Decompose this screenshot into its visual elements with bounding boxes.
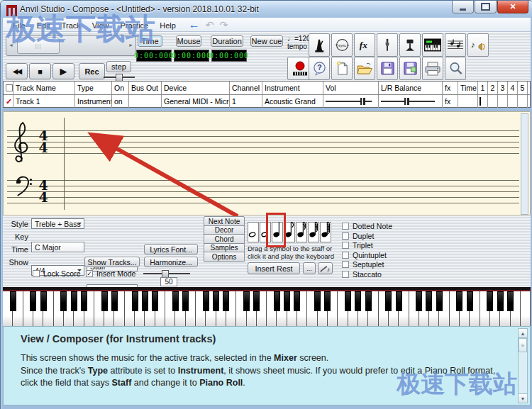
black-key[interactable] xyxy=(274,291,280,311)
scroll-right-icon[interactable]: ► xyxy=(128,43,133,47)
track-name-cell[interactable]: Track 1 xyxy=(13,95,75,108)
position-scrollbar-thumb[interactable]: ||| xyxy=(17,38,60,54)
black-key[interactable] xyxy=(497,291,504,311)
audition-note-button[interactable]: ♪ xyxy=(467,33,489,57)
new-cue-button[interactable]: New cue xyxy=(250,35,283,47)
black-key[interactable] xyxy=(101,291,108,311)
black-key[interactable] xyxy=(324,291,331,311)
black-key[interactable] xyxy=(40,291,47,311)
checkbox-duplet[interactable]: Duplet xyxy=(342,232,374,240)
metronome-button[interactable] xyxy=(309,33,330,57)
step-slider[interactable] xyxy=(104,77,135,78)
black-key[interactable] xyxy=(365,291,372,311)
black-key[interactable] xyxy=(111,291,118,311)
bass-staff[interactable] xyxy=(7,180,519,203)
black-key[interactable] xyxy=(487,291,493,311)
column-header-track-name[interactable]: Track Name xyxy=(13,82,75,94)
midi-keyboard-button[interactable] xyxy=(422,33,443,57)
eighth-note-button[interactable] xyxy=(284,222,295,242)
fx-button[interactable]: fx xyxy=(354,33,375,57)
step-button[interactable]: step xyxy=(106,61,131,72)
open-file-button[interactable] xyxy=(354,57,375,80)
scroll-down-icon[interactable]: ▼ xyxy=(519,393,527,403)
menu-item-practice[interactable]: Practice xyxy=(114,20,154,31)
measure-cell[interactable] xyxy=(498,95,508,108)
maximize-button[interactable] xyxy=(475,1,497,13)
balance-slider-thumb[interactable] xyxy=(404,98,409,105)
track-instrument-cell[interactable]: Acoustic Grand xyxy=(262,95,323,108)
half-note-button[interactable] xyxy=(260,222,271,242)
black-key[interactable] xyxy=(294,291,300,311)
help-scrollbar-thumb[interactable]: ≡ xyxy=(519,338,527,352)
track-device-cell[interactable]: General MIDI - Microso xyxy=(162,95,230,108)
black-key[interactable] xyxy=(426,291,432,311)
mic-stand-button[interactable] xyxy=(399,33,421,57)
stop-button[interactable]: ■ xyxy=(29,63,51,79)
record-transport-button[interactable]: Rec xyxy=(79,63,105,79)
piano-keyboard[interactable] xyxy=(3,287,531,326)
black-key[interactable] xyxy=(60,291,67,311)
menu-item-edit[interactable]: Edit xyxy=(31,20,56,31)
score-scrollbar[interactable] xyxy=(521,113,528,215)
column-header-time[interactable]: Time xyxy=(458,82,478,94)
black-key[interactable] xyxy=(467,291,473,311)
column-header-fx[interactable]: fx xyxy=(443,82,458,94)
print-preview-button[interactable] xyxy=(445,57,466,80)
black-key[interactable] xyxy=(436,291,443,311)
track-volume-slider[interactable] xyxy=(323,95,379,108)
sync-button[interactable]: sync xyxy=(331,33,353,57)
track-balance-slider[interactable] xyxy=(379,95,443,108)
black-key[interactable] xyxy=(345,291,351,311)
black-key[interactable] xyxy=(253,291,260,311)
pen-note-button[interactable]: ♪ xyxy=(318,262,333,274)
audio-jack-button[interactable] xyxy=(377,33,398,57)
black-key[interactable] xyxy=(456,291,462,311)
thirty-second-note-button[interactable] xyxy=(308,222,319,242)
sixteenth-note-button[interactable] xyxy=(296,222,307,242)
black-key[interactable] xyxy=(182,291,189,311)
black-key[interactable] xyxy=(213,291,219,311)
black-key[interactable] xyxy=(223,291,229,311)
scroll-left-icon[interactable]: ◄ xyxy=(9,43,13,47)
measure-header[interactable]: 5 xyxy=(518,82,528,94)
black-key[interactable] xyxy=(284,291,290,311)
close-button[interactable]: ✕ xyxy=(497,1,528,13)
save-button[interactable] xyxy=(377,57,398,80)
black-key[interactable] xyxy=(10,291,16,311)
track-channel-cell[interactable]: 1 xyxy=(230,95,262,108)
checkbox-triplet[interactable]: Triplet xyxy=(342,241,373,250)
quarter-note-button[interactable] xyxy=(272,222,283,242)
sixty-fourth-note-button[interactable] xyxy=(320,222,331,242)
black-key[interactable] xyxy=(132,291,138,311)
menu-item-view[interactable]: View xyxy=(87,20,115,31)
time-button[interactable]: Time xyxy=(138,35,162,47)
black-key[interactable] xyxy=(30,291,36,311)
treble-staff[interactable] xyxy=(7,130,519,154)
column-header-type[interactable]: Type xyxy=(75,82,112,94)
balance-slider-track[interactable] xyxy=(381,101,435,102)
redo-icon[interactable]: ↷ xyxy=(220,21,228,28)
track-time-cell[interactable] xyxy=(458,95,478,108)
title-bar[interactable]: Anvil Studio - Compose - <Untitled> - ve… xyxy=(1,1,532,18)
track-type-cell[interactable]: Instrument xyxy=(75,95,112,108)
column-header-channel[interactable]: Channel xyxy=(230,82,262,94)
measure-header[interactable]: 4 xyxy=(508,82,518,94)
track-selected-check[interactable]: ✓ xyxy=(4,95,13,108)
mouse-button[interactable]: Mouse xyxy=(176,35,201,47)
measure-header[interactable]: 1 xyxy=(478,82,488,94)
menu-item-file[interactable]: File xyxy=(7,20,31,31)
track-busout-cell[interactable] xyxy=(129,95,162,108)
measure-header[interactable]: 3 xyxy=(498,82,508,94)
measure-cell[interactable] xyxy=(478,95,488,108)
measure-cell[interactable] xyxy=(508,95,518,108)
checkbox-septuplet[interactable]: Septuplet xyxy=(342,260,384,269)
black-key[interactable] xyxy=(81,291,87,311)
black-key[interactable] xyxy=(385,291,392,311)
select-all-checkbox[interactable] xyxy=(4,82,13,94)
rewind-button[interactable]: ◀◀ xyxy=(6,63,28,79)
menu-item-track[interactable]: Track xyxy=(56,20,87,31)
black-key[interactable] xyxy=(142,291,148,311)
measure-cell[interactable] xyxy=(518,95,528,108)
black-key[interactable] xyxy=(507,291,514,311)
position-scrollbar[interactable]: ◄ ► ||| xyxy=(6,35,136,56)
